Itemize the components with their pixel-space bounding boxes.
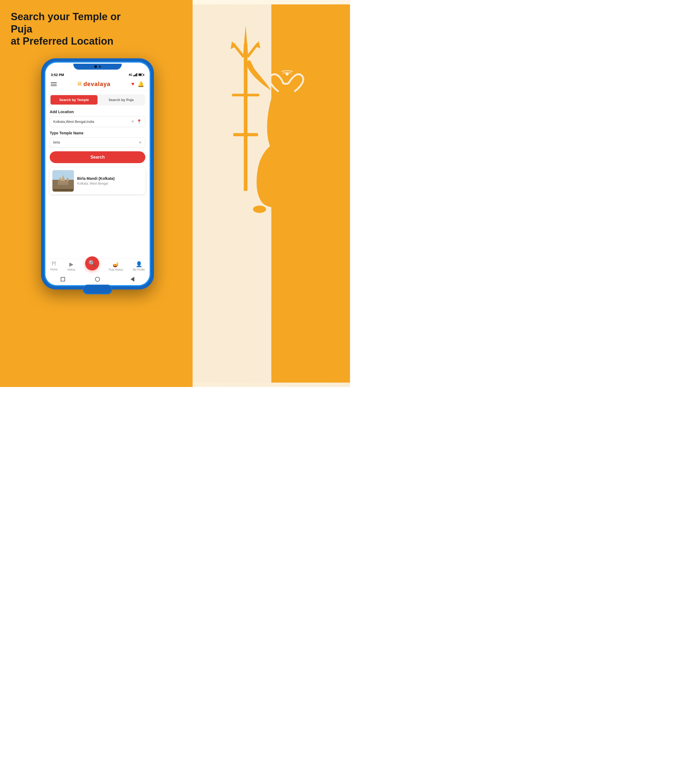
nav-videos[interactable]: ▶ Videos bbox=[67, 261, 75, 271]
headline: Search your Temple or Puja at Preferred … bbox=[11, 11, 124, 48]
clear-location-icon[interactable]: ✕ bbox=[131, 119, 134, 124]
phone-home-button bbox=[83, 284, 112, 294]
temple-base bbox=[55, 185, 71, 189]
phone-screen: 3:52 PM 4G bbox=[45, 63, 150, 285]
camera-lens bbox=[94, 65, 97, 68]
header-icons: ♥ 🔔 bbox=[131, 81, 144, 87]
search-result-card[interactable]: Birla Mandi (Kolkata) Kolkata, West Beng… bbox=[50, 167, 145, 194]
battery-icon bbox=[138, 73, 144, 76]
spire-right bbox=[66, 177, 69, 181]
location-pin-icon[interactable]: 📍 bbox=[137, 119, 142, 124]
square-icon bbox=[61, 277, 65, 281]
temple-input-wrapper: ✕ bbox=[50, 137, 145, 147]
android-home-btn[interactable] bbox=[95, 276, 100, 282]
notification-icon[interactable]: 🔔 bbox=[137, 81, 144, 87]
phone-inner: 3:52 PM 4G bbox=[44, 61, 151, 286]
location-input-wrapper: ✕ 📍 bbox=[50, 116, 145, 127]
temple-steps bbox=[53, 189, 73, 192]
phone-frame: 3:52 PM 4G bbox=[41, 58, 154, 289]
svg-rect-3 bbox=[233, 133, 258, 136]
svg-rect-2 bbox=[244, 44, 248, 191]
status-bar: 3:52 PM 4G bbox=[45, 71, 150, 78]
android-back-btn[interactable] bbox=[130, 276, 135, 282]
spire-left bbox=[59, 177, 61, 181]
hamburger-line bbox=[51, 86, 57, 86]
svg-point-11 bbox=[253, 206, 266, 213]
logo-temple-icon: 🏛 bbox=[78, 81, 82, 87]
location-label: Add Location bbox=[50, 110, 145, 114]
nav-profile-label: My Profile bbox=[133, 268, 145, 271]
temple-image bbox=[52, 170, 74, 192]
location-input[interactable] bbox=[53, 120, 131, 124]
nav-search-button[interactable]: 🔍 bbox=[85, 256, 99, 270]
android-nav-bar bbox=[45, 275, 150, 285]
right-section bbox=[193, 0, 350, 387]
search-button[interactable]: Search bbox=[50, 151, 145, 163]
camera-bump bbox=[73, 64, 122, 69]
camera-dot bbox=[99, 66, 101, 68]
result-temple-location: Kolkata, West Bengal bbox=[77, 182, 143, 185]
videos-icon: ▶ bbox=[69, 261, 73, 267]
status-icons: 4G bbox=[129, 73, 144, 76]
nav-my-profile[interactable]: 👤 My Profile bbox=[133, 261, 145, 271]
svg-point-12 bbox=[300, 213, 315, 221]
camera-area bbox=[45, 63, 150, 71]
hamburger-menu[interactable] bbox=[51, 82, 57, 86]
tab-search-by-temple[interactable]: Search by Temple bbox=[51, 95, 97, 104]
nav-videos-label: Videos bbox=[67, 268, 75, 271]
profile-icon: 👤 bbox=[135, 261, 142, 267]
headline-line2: at Preferred Location bbox=[11, 35, 113, 47]
tab-search-by-puja[interactable]: Search by Puja bbox=[97, 95, 145, 104]
result-temple-name: Birla Mandi (Kolkata) bbox=[77, 176, 143, 180]
left-section: Search your Temple or Puja at Preferred … bbox=[0, 0, 193, 387]
nav-puja-label: Puja History bbox=[109, 268, 123, 271]
nav-puja-history[interactable]: 🪔 Puja History bbox=[109, 261, 123, 271]
temple-name-label: Type Temple Name bbox=[50, 131, 145, 135]
puja-history-icon: 🪔 bbox=[112, 261, 119, 267]
search-icon: 🔍 bbox=[88, 260, 96, 267]
spire-main bbox=[61, 175, 65, 181]
temple-art bbox=[52, 170, 74, 192]
svg-rect-9 bbox=[232, 94, 259, 96]
bottom-nav: ⛩ Home ▶ Videos 🔍 🪔 Puja History bbox=[45, 258, 150, 275]
shiva-silhouette-svg bbox=[193, 0, 350, 387]
headline-line1: Search your Temple or Puja bbox=[11, 11, 121, 35]
signal-icon bbox=[133, 73, 137, 76]
home-icon: ⛩ bbox=[51, 261, 57, 267]
app-content: Search by Temple Search by Puja Add Loca… bbox=[45, 91, 150, 258]
android-square-btn[interactable] bbox=[60, 276, 66, 282]
nav-home[interactable]: ⛩ Home bbox=[50, 261, 58, 271]
app-header: 🏛 devalaya ♥ 🔔 bbox=[45, 78, 150, 91]
temple-name-input[interactable] bbox=[53, 140, 139, 144]
network-icon: 4G bbox=[129, 73, 132, 76]
hamburger-line bbox=[51, 84, 57, 84]
tab-switcher: Search by Temple Search by Puja bbox=[50, 94, 145, 105]
temple-body bbox=[58, 181, 68, 185]
status-time: 3:52 PM bbox=[51, 73, 64, 77]
phone-mockup: 3:52 PM 4G bbox=[41, 58, 154, 289]
triangle-icon bbox=[130, 277, 134, 282]
logo-area: 🏛 devalaya bbox=[78, 81, 111, 88]
result-info: Birla Mandi (Kolkata) Kolkata, West Beng… bbox=[77, 176, 143, 185]
circle-icon bbox=[95, 277, 100, 282]
hamburger-line bbox=[51, 82, 57, 83]
app-logo-text: devalaya bbox=[83, 81, 111, 88]
nav-home-label: Home bbox=[50, 268, 58, 271]
clear-temple-icon[interactable]: ✕ bbox=[139, 140, 142, 145]
favorite-icon[interactable]: ♥ bbox=[131, 81, 134, 87]
